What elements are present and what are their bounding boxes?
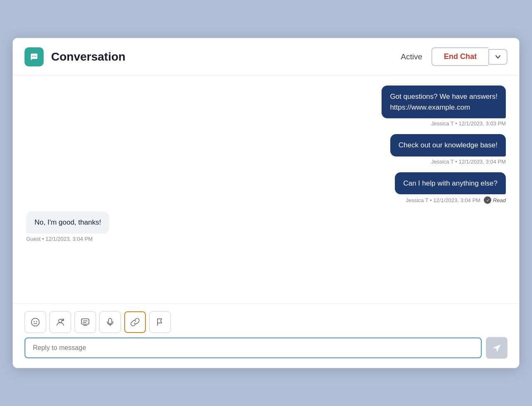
svg-point-7 [59,319,62,323]
canned-responses-icon [81,318,90,327]
page-title: Conversation [51,50,401,64]
message-bubble: Can I help with anything else? [395,172,506,195]
reply-input[interactable] [25,338,482,358]
send-icon [492,343,501,352]
svg-point-4 [32,318,39,326]
message-meta: Guest • 12/1/2023, 3:04 PM [26,236,93,242]
status-badge: Active [401,52,422,61]
read-label: Read [493,197,506,203]
link-button[interactable] [124,311,146,333]
chevron-down-icon [495,54,501,60]
svg-point-6 [36,321,37,322]
audio-icon [106,318,115,327]
end-chat-dropdown-button[interactable] [488,49,507,65]
message-group: Can I help with anything else? Jessica T… [26,172,506,204]
chat-area: Got questions? We have answers!https://w… [13,76,519,304]
svg-point-3 [35,56,36,56]
message-group: Check out our knowledge base! Jessica T … [26,134,506,165]
end-chat-button[interactable]: End Chat [431,47,488,66]
emoji-icon [31,318,40,327]
link-icon [131,318,140,327]
assign-icon [56,318,65,327]
flag-button[interactable] [149,311,171,333]
message-group: No, I'm good, thanks! Guest • 12/1/2023,… [26,211,506,242]
send-button[interactable] [486,337,507,359]
svg-point-5 [34,321,34,322]
message-sender-time: Guest • 12/1/2023, 3:04 PM [26,236,93,242]
message-bubble: Check out our knowledge base! [390,134,506,157]
header: Conversation Active End Chat [13,38,519,76]
message-meta: Jessica T • 12/1/2023, 3:04 PM ✓ Read [406,196,506,204]
flag-icon [155,318,165,327]
read-badge: ✓ Read [484,196,506,204]
reply-area [13,337,519,368]
assign-button[interactable] [49,311,71,333]
message-meta: Jessica T • 12/1/2023, 3:03 PM [431,120,506,127]
canned-responses-button[interactable] [74,311,96,333]
app-window: Conversation Active End Chat Got questio… [12,38,520,368]
toolbar [13,304,519,337]
audio-button[interactable] [99,311,121,333]
svg-rect-8 [81,319,89,324]
messages-container: Got questions? We have answers!https://w… [26,86,506,242]
message-meta: Jessica T • 12/1/2023, 3:04 PM [431,159,506,165]
emoji-button[interactable] [25,311,46,333]
header-actions: End Chat [431,47,507,66]
read-check-icon: ✓ [484,196,491,204]
message-sender-time: Jessica T • 12/1/2023, 3:04 PM [431,159,506,165]
message-bubble: No, I'm good, thanks! [26,211,109,234]
message-sender-time: Jessica T • 12/1/2023, 3:03 PM [431,120,506,127]
message-sender-time: Jessica T • 12/1/2023, 3:04 PM [406,197,480,203]
message-bubble: Got questions? We have answers!https://w… [382,86,506,118]
message-group: Got questions? We have answers!https://w… [26,86,506,127]
app-logo [25,47,44,66]
svg-point-1 [32,56,33,56]
svg-point-2 [34,56,34,56]
